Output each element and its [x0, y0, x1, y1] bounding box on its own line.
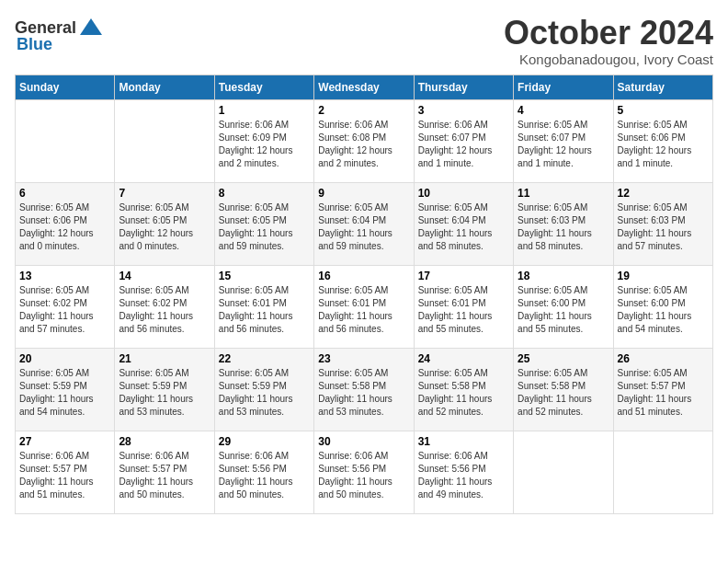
day-info: Sunrise: 6:05 AMSunset: 6:03 PMDaylight:…	[518, 201, 609, 253]
day-number: 4	[518, 104, 609, 117]
day-number: 27	[19, 435, 110, 448]
calendar-table: SundayMondayTuesdayWednesdayThursdayFrid…	[15, 75, 713, 514]
day-info: Sunrise: 6:05 AMSunset: 6:04 PMDaylight:…	[418, 201, 509, 253]
day-number: 8	[219, 187, 310, 200]
calendar-cell: 29Sunrise: 6:06 AMSunset: 5:56 PMDayligh…	[214, 431, 313, 513]
day-number: 22	[219, 352, 310, 365]
day-info: Sunrise: 6:06 AMSunset: 5:57 PMDaylight:…	[19, 450, 110, 501]
title-area: October 2024 Kongobanadougou, Ivory Coas…	[504, 15, 713, 67]
day-number: 21	[119, 352, 210, 365]
calendar-cell: 28Sunrise: 6:06 AMSunset: 5:57 PMDayligh…	[115, 431, 214, 513]
day-info: Sunrise: 6:05 AMSunset: 6:02 PMDaylight:…	[119, 284, 210, 336]
calendar-cell: 25Sunrise: 6:05 AMSunset: 5:58 PMDayligh…	[514, 348, 613, 431]
day-info: Sunrise: 6:05 AMSunset: 6:02 PMDaylight:…	[19, 284, 110, 336]
weekday-header-thursday: Thursday	[414, 75, 513, 99]
calendar-cell: 21Sunrise: 6:05 AMSunset: 5:59 PMDayligh…	[115, 348, 214, 431]
day-number: 7	[119, 187, 210, 200]
day-number: 26	[618, 352, 709, 365]
day-info: Sunrise: 6:05 AMSunset: 5:58 PMDaylight:…	[518, 367, 609, 419]
logo: General Blue	[15, 15, 104, 54]
day-number: 20	[19, 352, 110, 365]
calendar-cell: 31Sunrise: 6:06 AMSunset: 5:56 PMDayligh…	[414, 431, 513, 513]
calendar-cell: 16Sunrise: 6:05 AMSunset: 6:01 PMDayligh…	[314, 265, 414, 348]
day-number: 5	[618, 104, 709, 117]
calendar-cell: 10Sunrise: 6:05 AMSunset: 6:04 PMDayligh…	[414, 182, 513, 265]
day-number: 15	[219, 270, 310, 282]
calendar-cell: 14Sunrise: 6:05 AMSunset: 6:02 PMDayligh…	[115, 265, 214, 348]
day-number: 1	[219, 104, 310, 117]
day-number: 2	[318, 104, 409, 117]
logo-blue-text: Blue	[17, 35, 52, 54]
day-info: Sunrise: 6:05 AMSunset: 6:06 PMDaylight:…	[618, 119, 709, 170]
day-number: 13	[19, 270, 110, 282]
day-info: Sunrise: 6:05 AMSunset: 5:59 PMDaylight:…	[119, 367, 210, 419]
day-info: Sunrise: 6:05 AMSunset: 6:07 PMDaylight:…	[518, 119, 609, 170]
day-number: 16	[318, 270, 409, 282]
day-info: Sunrise: 6:05 AMSunset: 6:03 PMDaylight:…	[618, 201, 709, 253]
day-info: Sunrise: 6:05 AMSunset: 6:05 PMDaylight:…	[119, 201, 210, 253]
calendar-cell: 30Sunrise: 6:06 AMSunset: 5:56 PMDayligh…	[314, 431, 414, 513]
day-info: Sunrise: 6:05 AMSunset: 5:59 PMDaylight:…	[219, 367, 310, 419]
location-title: Kongobanadougou, Ivory Coast	[504, 52, 713, 67]
calendar-cell: 18Sunrise: 6:05 AMSunset: 6:00 PMDayligh…	[514, 265, 613, 348]
calendar-cell: 13Sunrise: 6:05 AMSunset: 6:02 PMDayligh…	[16, 265, 115, 348]
day-info: Sunrise: 6:05 AMSunset: 5:57 PMDaylight:…	[618, 367, 709, 419]
weekday-header-sunday: Sunday	[16, 75, 115, 99]
day-info: Sunrise: 6:06 AMSunset: 5:56 PMDaylight:…	[418, 450, 509, 501]
day-info: Sunrise: 6:06 AMSunset: 6:08 PMDaylight:…	[318, 119, 409, 170]
day-info: Sunrise: 6:05 AMSunset: 6:06 PMDaylight:…	[19, 201, 110, 253]
page-header: General Blue October 2024 Kongobanadougo…	[15, 15, 713, 67]
calendar-cell: 1Sunrise: 6:06 AMSunset: 6:09 PMDaylight…	[214, 99, 313, 182]
calendar-cell: 15Sunrise: 6:05 AMSunset: 6:01 PMDayligh…	[214, 265, 313, 348]
calendar-cell: 20Sunrise: 6:05 AMSunset: 5:59 PMDayligh…	[16, 348, 115, 431]
weekday-header-monday: Monday	[115, 75, 214, 99]
day-number: 18	[518, 270, 609, 282]
day-info: Sunrise: 6:06 AMSunset: 6:07 PMDaylight:…	[418, 119, 509, 170]
day-info: Sunrise: 6:05 AMSunset: 6:01 PMDaylight:…	[318, 284, 409, 336]
calendar-cell: 3Sunrise: 6:06 AMSunset: 6:07 PMDaylight…	[414, 99, 513, 182]
day-number: 6	[19, 187, 110, 200]
calendar-cell: 11Sunrise: 6:05 AMSunset: 6:03 PMDayligh…	[514, 182, 613, 265]
calendar-cell: 4Sunrise: 6:05 AMSunset: 6:07 PMDaylight…	[514, 99, 613, 182]
day-info: Sunrise: 6:05 AMSunset: 6:05 PMDaylight:…	[219, 201, 310, 253]
day-number: 28	[119, 435, 210, 448]
day-info: Sunrise: 6:05 AMSunset: 6:00 PMDaylight:…	[518, 284, 609, 336]
day-number: 11	[518, 187, 609, 200]
calendar-cell	[16, 99, 115, 182]
calendar-cell	[115, 99, 214, 182]
day-info: Sunrise: 6:06 AMSunset: 5:57 PMDaylight:…	[119, 450, 210, 501]
day-info: Sunrise: 6:06 AMSunset: 6:09 PMDaylight:…	[219, 119, 310, 170]
svg-marker-0	[80, 18, 102, 35]
day-number: 10	[418, 187, 509, 200]
day-number: 19	[618, 270, 709, 282]
day-info: Sunrise: 6:06 AMSunset: 5:56 PMDaylight:…	[318, 450, 409, 501]
calendar-cell: 2Sunrise: 6:06 AMSunset: 6:08 PMDaylight…	[314, 99, 414, 182]
calendar-cell: 19Sunrise: 6:05 AMSunset: 6:00 PMDayligh…	[613, 265, 712, 348]
calendar-cell: 17Sunrise: 6:05 AMSunset: 6:01 PMDayligh…	[414, 265, 513, 348]
calendar-cell: 27Sunrise: 6:06 AMSunset: 5:57 PMDayligh…	[16, 431, 115, 513]
day-number: 14	[119, 270, 210, 282]
calendar-cell: 12Sunrise: 6:05 AMSunset: 6:03 PMDayligh…	[613, 182, 712, 265]
day-number: 12	[618, 187, 709, 200]
day-number: 25	[518, 352, 609, 365]
calendar-cell: 23Sunrise: 6:05 AMSunset: 5:58 PMDayligh…	[314, 348, 414, 431]
day-info: Sunrise: 6:05 AMSunset: 5:58 PMDaylight:…	[418, 367, 509, 419]
weekday-header-saturday: Saturday	[613, 75, 712, 99]
weekday-header-wednesday: Wednesday	[314, 75, 414, 99]
month-title: October 2024	[504, 15, 713, 52]
calendar-cell: 22Sunrise: 6:05 AMSunset: 5:59 PMDayligh…	[214, 348, 313, 431]
logo-icon	[78, 15, 104, 40]
day-number: 29	[219, 435, 310, 448]
day-info: Sunrise: 6:05 AMSunset: 5:58 PMDaylight:…	[318, 367, 409, 419]
day-info: Sunrise: 6:06 AMSunset: 5:56 PMDaylight:…	[219, 450, 310, 501]
day-number: 3	[418, 104, 509, 117]
day-number: 30	[318, 435, 409, 448]
day-info: Sunrise: 6:05 AMSunset: 6:01 PMDaylight:…	[418, 284, 509, 336]
day-info: Sunrise: 6:05 AMSunset: 6:00 PMDaylight:…	[618, 284, 709, 336]
day-number: 23	[318, 352, 409, 365]
calendar-cell: 24Sunrise: 6:05 AMSunset: 5:58 PMDayligh…	[414, 348, 513, 431]
day-info: Sunrise: 6:05 AMSunset: 5:59 PMDaylight:…	[19, 367, 110, 419]
calendar-cell: 6Sunrise: 6:05 AMSunset: 6:06 PMDaylight…	[16, 182, 115, 265]
calendar-cell: 9Sunrise: 6:05 AMSunset: 6:04 PMDaylight…	[314, 182, 414, 265]
day-number: 17	[418, 270, 509, 282]
